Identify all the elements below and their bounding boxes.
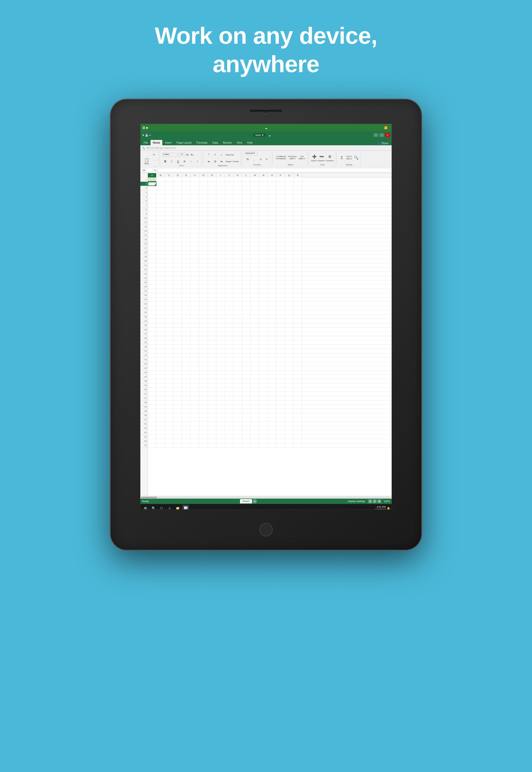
cell-row13-col4[interactable] (182, 229, 191, 233)
cell-row49-col7[interactable] (208, 383, 216, 388)
row-49[interactable]: 49 (140, 383, 148, 388)
normal-view-button[interactable]: ⊞ (368, 500, 372, 503)
cell-row43-col9[interactable] (225, 357, 234, 362)
cell-row30-col15[interactable] (276, 302, 285, 306)
row-51[interactable]: 51 (140, 392, 148, 396)
cell-row55-col3[interactable] (174, 409, 182, 413)
cell-row12-col9[interactable] (225, 225, 234, 229)
cell-row55-col8[interactable] (216, 409, 225, 413)
col-header-M[interactable]: M (251, 173, 259, 177)
cell-row21-col10[interactable] (234, 263, 242, 267)
cell-row20-col11[interactable] (242, 259, 251, 263)
cell-row23-col1[interactable] (156, 272, 165, 276)
cell-row34-col13[interactable] (259, 319, 268, 323)
cell-row28-col7[interactable] (208, 293, 216, 297)
cell-row35-col9[interactable] (225, 323, 234, 327)
cell-row5-col12[interactable] (251, 195, 259, 199)
cell-row23-col11[interactable] (242, 272, 251, 276)
row-16[interactable]: 16 (140, 242, 148, 246)
cell-row50-col15[interactable] (276, 388, 285, 392)
cell-row43-col16[interactable] (285, 357, 294, 362)
autosum-button[interactable]: Σ (339, 155, 345, 160)
cell-row55-col7[interactable] (208, 409, 216, 413)
close-button[interactable]: ✕ (385, 133, 390, 137)
cell-row29-col6[interactable] (199, 297, 208, 302)
cell-row26-col11[interactable] (242, 285, 251, 289)
cell-row62-col8[interactable] (216, 439, 225, 444)
cell-row33-col3[interactable] (174, 315, 182, 319)
cell-row35-col0[interactable] (148, 323, 156, 327)
cell-row7-col4[interactable] (182, 203, 191, 207)
cell-row61-col10[interactable] (234, 435, 242, 439)
cell-row54-col7[interactable] (208, 405, 216, 409)
cell-row33-col12[interactable] (251, 315, 259, 319)
cell-row9-col10[interactable] (234, 212, 242, 216)
cell-row15-col2[interactable] (165, 237, 174, 242)
cell-row54-col1[interactable] (156, 405, 165, 409)
cell-row33-col7[interactable] (208, 315, 216, 319)
cell-row61-col5[interactable] (191, 435, 199, 439)
cell-row35-col5[interactable] (191, 323, 199, 327)
cell-row3-col15[interactable] (276, 186, 285, 190)
cell-row59-col13[interactable] (259, 426, 268, 431)
row-34[interactable]: 34 (140, 319, 148, 323)
cell-row5-col2[interactable] (165, 195, 174, 199)
cell-row6-col1[interactable] (156, 199, 165, 203)
cell-row33-col10[interactable] (234, 315, 242, 319)
cell-A1[interactable] (148, 177, 156, 182)
cell-row44-col15[interactable] (276, 362, 285, 366)
cell-row6-col7[interactable] (208, 199, 216, 203)
cell-row62-col6[interactable] (199, 439, 208, 444)
cell-row54-col9[interactable] (225, 405, 234, 409)
cell-row35-col8[interactable] (216, 323, 225, 327)
col-header-B[interactable]: B (156, 173, 165, 177)
file-explorer-button[interactable]: 📁 (174, 505, 181, 510)
cell-row47-col16[interactable] (285, 375, 294, 379)
cell-row42-col11[interactable] (242, 353, 251, 357)
cell-row48-col6[interactable] (199, 379, 208, 383)
cell-row43-col11[interactable] (242, 357, 251, 362)
cell-row14-col15[interactable] (276, 233, 285, 237)
cell-row63-col2[interactable] (165, 444, 174, 448)
cell-row6-col9[interactable] (225, 199, 234, 203)
cell-row29-col7[interactable] (208, 297, 216, 302)
cell-row53-col12[interactable] (251, 401, 259, 405)
cell-row35-col6[interactable] (199, 323, 208, 327)
cell-row11-col7[interactable] (208, 220, 216, 225)
cell-F1[interactable] (191, 177, 199, 182)
cell-row13-col5[interactable] (191, 229, 199, 233)
cell-row62-col3[interactable] (174, 439, 182, 444)
cell-row43-col17[interactable] (294, 357, 302, 362)
cell-row31-col3[interactable] (174, 306, 182, 310)
cell-row10-col4[interactable] (182, 216, 191, 220)
cell-row21-col4[interactable] (182, 263, 191, 267)
cell-J2[interactable] (225, 182, 234, 186)
cell-row37-col2[interactable] (165, 332, 174, 336)
cell-row63-col11[interactable] (242, 444, 251, 448)
cell-row7-col8[interactable] (216, 203, 225, 207)
cell-row60-col6[interactable] (199, 431, 208, 435)
cell-row30-col16[interactable] (285, 302, 294, 306)
cell-row23-col6[interactable] (199, 272, 208, 276)
cell-row52-col1[interactable] (156, 396, 165, 401)
cell-B2[interactable] (156, 182, 165, 186)
cell-row4-col2[interactable] (165, 190, 174, 195)
cell-row34-col0[interactable] (148, 319, 156, 323)
minimize-button[interactable]: ─ (373, 133, 378, 137)
cell-row18-col3[interactable] (174, 250, 182, 255)
cell-row5-col0[interactable] (148, 195, 156, 199)
cell-row15-col15[interactable] (276, 237, 285, 242)
format-cells-button[interactable]: ⚙ (327, 154, 333, 159)
cell-row24-col0[interactable] (148, 276, 156, 280)
cell-row45-col6[interactable] (199, 366, 208, 370)
cell-row40-col11[interactable] (242, 345, 251, 349)
cell-row14-col12[interactable] (251, 233, 259, 237)
cell-row34-col16[interactable] (285, 319, 294, 323)
cell-row37-col11[interactable] (242, 332, 251, 336)
cell-row46-col10[interactable] (234, 370, 242, 375)
cell-row20-col14[interactable] (268, 259, 276, 263)
tab-help[interactable]: Help (245, 140, 255, 145)
cell-row45-col15[interactable] (276, 366, 285, 370)
horizontal-scrollbar[interactable] (140, 496, 392, 499)
cell-row37-col3[interactable] (174, 332, 182, 336)
